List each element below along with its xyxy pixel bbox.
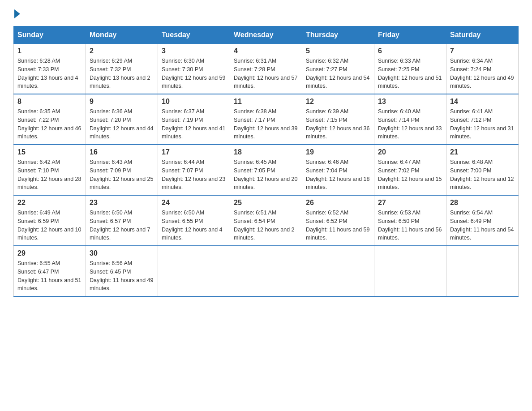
calendar-cell	[446, 246, 519, 296]
day-info: Sunrise: 6:31 AMSunset: 7:28 PMDaylight:…	[234, 58, 297, 89]
header-monday: Monday	[86, 26, 158, 44]
day-number: 26	[306, 199, 370, 207]
calendar-cell: 19 Sunrise: 6:46 AMSunset: 7:04 PMDaylig…	[302, 145, 374, 195]
week-row-2: 8 Sunrise: 6:35 AMSunset: 7:22 PMDayligh…	[14, 94, 519, 145]
calendar-cell: 22 Sunrise: 6:49 AMSunset: 6:59 PMDaylig…	[14, 195, 86, 246]
calendar-cell: 4 Sunrise: 6:31 AMSunset: 7:28 PMDayligh…	[230, 44, 302, 94]
day-number: 24	[162, 199, 226, 207]
day-info: Sunrise: 6:50 AMSunset: 6:55 PMDaylight:…	[162, 210, 223, 241]
calendar-cell: 17 Sunrise: 6:44 AMSunset: 7:07 PMDaylig…	[158, 145, 230, 195]
header-sunday: Sunday	[14, 26, 86, 44]
day-info: Sunrise: 6:29 AMSunset: 7:32 PMDaylight:…	[90, 58, 150, 89]
day-info: Sunrise: 6:33 AMSunset: 7:25 PMDaylight:…	[378, 58, 442, 89]
calendar-cell: 2 Sunrise: 6:29 AMSunset: 7:32 PMDayligh…	[86, 44, 158, 94]
day-info: Sunrise: 6:44 AMSunset: 7:07 PMDaylight:…	[162, 159, 225, 190]
calendar-cell: 15 Sunrise: 6:42 AMSunset: 7:10 PMDaylig…	[14, 145, 86, 195]
day-number: 5	[306, 47, 370, 55]
week-row-5: 29 Sunrise: 6:55 AMSunset: 6:47 PMDaylig…	[14, 246, 519, 296]
day-number: 23	[90, 199, 154, 207]
calendar-cell	[374, 246, 446, 296]
header-thursday: Thursday	[302, 26, 374, 44]
day-info: Sunrise: 6:56 AMSunset: 6:45 PMDaylight:…	[90, 260, 153, 291]
calendar-cell: 12 Sunrise: 6:39 AMSunset: 7:15 PMDaylig…	[302, 94, 374, 145]
day-number: 17	[162, 148, 226, 156]
header-wednesday: Wednesday	[230, 26, 302, 44]
day-info: Sunrise: 6:45 AMSunset: 7:05 PMDaylight:…	[234, 159, 297, 190]
day-number: 6	[378, 47, 442, 55]
day-number: 18	[234, 148, 298, 156]
day-info: Sunrise: 6:35 AMSunset: 7:22 PMDaylight:…	[17, 108, 81, 140]
day-number: 22	[17, 199, 82, 207]
page-header	[13, 9, 519, 18]
day-number: 28	[450, 199, 515, 207]
day-number: 21	[450, 148, 515, 156]
calendar-cell: 28 Sunrise: 6:54 AMSunset: 6:49 PMDaylig…	[446, 195, 519, 246]
day-number: 27	[378, 199, 442, 207]
calendar-cell: 23 Sunrise: 6:50 AMSunset: 6:57 PMDaylig…	[86, 195, 158, 246]
calendar-cell: 18 Sunrise: 6:45 AMSunset: 7:05 PMDaylig…	[230, 145, 302, 195]
day-number: 8	[17, 98, 82, 106]
calendar-cell: 16 Sunrise: 6:43 AMSunset: 7:09 PMDaylig…	[86, 145, 158, 195]
week-row-3: 15 Sunrise: 6:42 AMSunset: 7:10 PMDaylig…	[14, 145, 519, 195]
day-info: Sunrise: 6:32 AMSunset: 7:27 PMDaylight:…	[306, 58, 369, 89]
day-info: Sunrise: 6:50 AMSunset: 6:57 PMDaylight:…	[90, 210, 150, 241]
day-info: Sunrise: 6:55 AMSunset: 6:47 PMDaylight:…	[17, 260, 81, 291]
week-row-4: 22 Sunrise: 6:49 AMSunset: 6:59 PMDaylig…	[14, 195, 519, 246]
calendar-cell: 10 Sunrise: 6:37 AMSunset: 7:19 PMDaylig…	[158, 94, 230, 145]
day-info: Sunrise: 6:39 AMSunset: 7:15 PMDaylight:…	[306, 108, 369, 140]
calendar-cell: 25 Sunrise: 6:51 AMSunset: 6:54 PMDaylig…	[230, 195, 302, 246]
calendar-cell: 21 Sunrise: 6:48 AMSunset: 7:00 PMDaylig…	[446, 145, 519, 195]
calendar-cell: 7 Sunrise: 6:34 AMSunset: 7:24 PMDayligh…	[446, 44, 519, 94]
calendar-cell: 5 Sunrise: 6:32 AMSunset: 7:27 PMDayligh…	[302, 44, 374, 94]
day-number: 15	[17, 148, 82, 156]
day-number: 10	[162, 98, 226, 106]
week-row-1: 1 Sunrise: 6:28 AMSunset: 7:33 PMDayligh…	[14, 44, 519, 94]
day-number: 16	[90, 148, 154, 156]
calendar-cell: 24 Sunrise: 6:50 AMSunset: 6:55 PMDaylig…	[158, 195, 230, 246]
day-number: 11	[234, 98, 298, 106]
day-number: 25	[234, 199, 298, 207]
calendar-cell: 9 Sunrise: 6:36 AMSunset: 7:20 PMDayligh…	[86, 94, 158, 145]
day-info: Sunrise: 6:36 AMSunset: 7:20 PMDaylight:…	[90, 108, 153, 140]
day-info: Sunrise: 6:52 AMSunset: 6:52 PMDaylight:…	[306, 210, 369, 241]
day-info: Sunrise: 6:37 AMSunset: 7:19 PMDaylight:…	[162, 108, 225, 140]
calendar-cell: 8 Sunrise: 6:35 AMSunset: 7:22 PMDayligh…	[14, 94, 86, 145]
header-tuesday: Tuesday	[158, 26, 230, 44]
calendar-body: 1 Sunrise: 6:28 AMSunset: 7:33 PMDayligh…	[14, 44, 519, 297]
day-number: 7	[450, 47, 515, 55]
day-info: Sunrise: 6:41 AMSunset: 7:12 PMDaylight:…	[450, 108, 514, 140]
day-info: Sunrise: 6:54 AMSunset: 6:49 PMDaylight:…	[450, 210, 514, 241]
calendar-cell	[302, 246, 374, 296]
logo-blue	[13, 9, 20, 18]
calendar-cell: 3 Sunrise: 6:30 AMSunset: 7:30 PMDayligh…	[158, 44, 230, 94]
day-number: 29	[17, 249, 82, 257]
calendar-cell	[158, 246, 230, 296]
day-info: Sunrise: 6:34 AMSunset: 7:24 PMDaylight:…	[450, 58, 514, 89]
calendar-cell	[230, 246, 302, 296]
day-info: Sunrise: 6:43 AMSunset: 7:09 PMDaylight:…	[90, 159, 153, 190]
day-number: 4	[234, 47, 298, 55]
day-info: Sunrise: 6:53 AMSunset: 6:50 PMDaylight:…	[378, 210, 442, 241]
calendar-cell: 1 Sunrise: 6:28 AMSunset: 7:33 PMDayligh…	[14, 44, 86, 94]
calendar-cell: 6 Sunrise: 6:33 AMSunset: 7:25 PMDayligh…	[374, 44, 446, 94]
logo	[13, 9, 20, 18]
calendar-cell: 11 Sunrise: 6:38 AMSunset: 7:17 PMDaylig…	[230, 94, 302, 145]
calendar-cell: 20 Sunrise: 6:47 AMSunset: 7:02 PMDaylig…	[374, 145, 446, 195]
day-info: Sunrise: 6:47 AMSunset: 7:02 PMDaylight:…	[378, 159, 442, 190]
header-row: SundayMondayTuesdayWednesdayThursdayFrid…	[14, 26, 519, 44]
day-number: 2	[90, 47, 154, 55]
day-info: Sunrise: 6:28 AMSunset: 7:33 PMDaylight:…	[17, 58, 78, 89]
calendar-cell: 26 Sunrise: 6:52 AMSunset: 6:52 PMDaylig…	[302, 195, 374, 246]
day-number: 13	[378, 98, 442, 106]
day-number: 1	[17, 47, 82, 55]
day-info: Sunrise: 6:38 AMSunset: 7:17 PMDaylight:…	[234, 108, 297, 140]
calendar-header: SundayMondayTuesdayWednesdayThursdayFrid…	[14, 26, 519, 44]
day-info: Sunrise: 6:46 AMSunset: 7:04 PMDaylight:…	[306, 159, 369, 190]
day-number: 19	[306, 148, 370, 156]
day-info: Sunrise: 6:51 AMSunset: 6:54 PMDaylight:…	[234, 210, 295, 241]
calendar-cell: 30 Sunrise: 6:56 AMSunset: 6:45 PMDaylig…	[86, 246, 158, 296]
header-friday: Friday	[374, 26, 446, 44]
logo-arrow-icon	[14, 9, 20, 18]
day-number: 3	[162, 47, 226, 55]
calendar-cell: 13 Sunrise: 6:40 AMSunset: 7:14 PMDaylig…	[374, 94, 446, 145]
